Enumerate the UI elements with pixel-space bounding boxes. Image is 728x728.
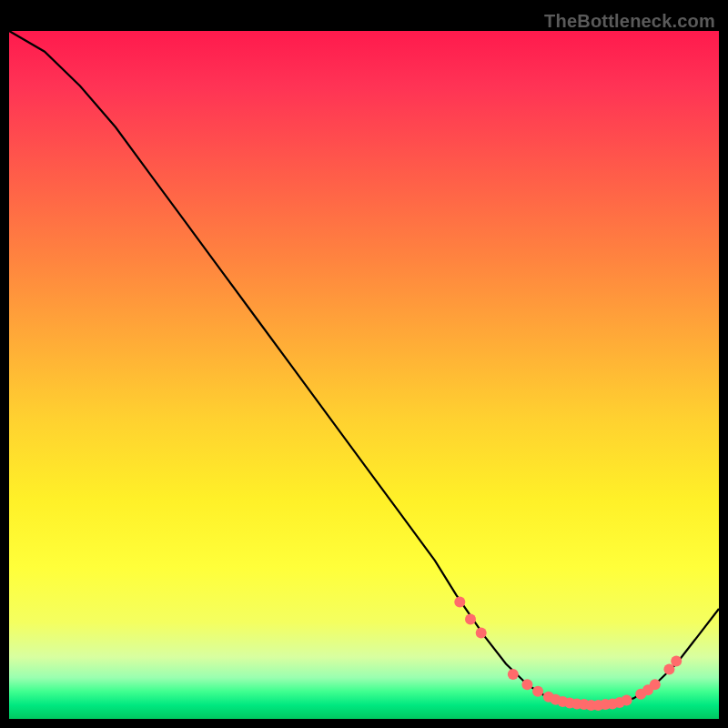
bottleneck-curve	[9, 31, 719, 705]
marker-point	[671, 656, 682, 667]
marker-point	[650, 679, 661, 690]
marker-point	[508, 669, 519, 680]
chart-frame: TheBottleneck.com	[9, 9, 719, 719]
curve-layer	[9, 31, 719, 719]
curve-markers	[454, 597, 682, 711]
marker-point	[465, 613, 476, 624]
watermark-text: TheBottleneck.com	[544, 11, 715, 32]
marker-point	[532, 686, 543, 697]
marker-point	[476, 628, 487, 639]
marker-point	[521, 679, 532, 690]
marker-point	[622, 695, 632, 706]
marker-point	[454, 597, 465, 608]
marker-point	[663, 664, 674, 675]
